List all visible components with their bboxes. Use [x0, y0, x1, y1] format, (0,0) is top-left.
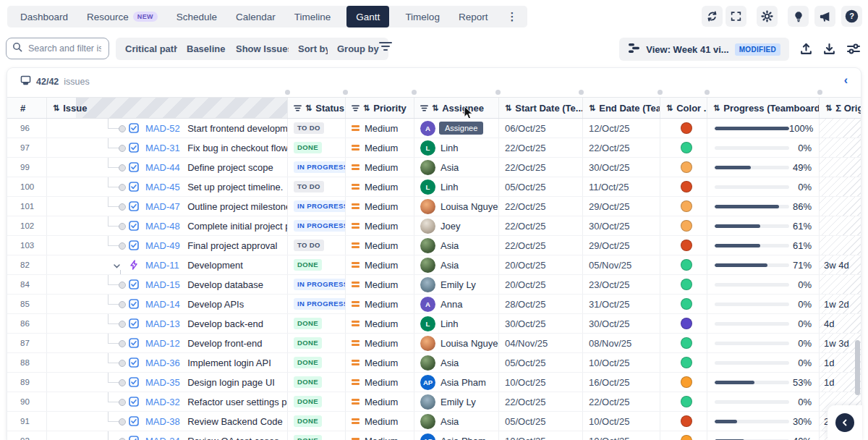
link-handle[interactable]: [119, 184, 126, 191]
sort-icon[interactable]: ⇅: [363, 104, 370, 112]
issue-key-link[interactable]: MAD-13: [145, 318, 180, 329]
end-date[interactable]: 31/Oct/25: [583, 295, 660, 313]
start-date[interactable]: 22/Oct/25: [499, 197, 583, 216]
start-date[interactable]: 22/Oct/25: [499, 236, 583, 255]
link-handle[interactable]: [119, 282, 126, 289]
link-handle[interactable]: [119, 340, 126, 347]
issue-title[interactable]: Develop back-end: [187, 318, 263, 329]
end-date[interactable]: 23/Oct/25: [583, 275, 660, 294]
end-date[interactable]: 29/Oct/25: [583, 197, 660, 216]
end-date[interactable]: 11/Oct/25: [583, 177, 660, 196]
issue-title[interactable]: Set up project timeline.: [187, 182, 283, 192]
column-resize-handle[interactable]: [495, 90, 501, 95]
end-date[interactable]: 05/Nov/25: [583, 255, 660, 274]
search-input[interactable]: [27, 43, 103, 54]
table-row[interactable]: 97 MAD-31 Fix bug in checkout flow DONE …: [7, 138, 861, 158]
start-date[interactable]: 05/Oct/25: [499, 412, 583, 431]
link-handle[interactable]: [119, 164, 126, 172]
more-menu-icon[interactable]: ⋮: [506, 10, 520, 23]
column-filter-icon[interactable]: [294, 103, 302, 114]
link-handle[interactable]: [119, 360, 126, 367]
column-resize-handle[interactable]: [343, 90, 348, 95]
table-row[interactable]: 88 MAD-36 Implement login API DONE Mediu…: [7, 353, 861, 373]
issue-title[interactable]: Develop database: [187, 279, 263, 290]
table-row[interactable]: 100 MAD-45 Set up project timeline. TO D…: [7, 177, 861, 197]
end-date[interactable]: 10/Oct/25: [583, 431, 660, 440]
settings-button[interactable]: [757, 6, 778, 27]
issue-title[interactable]: Review Backend Code: [187, 416, 283, 427]
start-date[interactable]: 30/Oct/25: [499, 314, 583, 333]
end-date[interactable]: 30/Oct/25: [583, 314, 660, 333]
issue-key-link[interactable]: MAD-12: [145, 338, 180, 349]
link-handle[interactable]: [119, 379, 126, 386]
column-resize-handle[interactable]: [285, 90, 290, 95]
column-header-progress[interactable]: ⇅Progress (Teamboard): [707, 98, 820, 118]
end-date[interactable]: 22/Oct/25: [583, 392, 660, 411]
issue-title[interactable]: Final project approval: [187, 240, 277, 251]
link-handle[interactable]: [119, 321, 126, 328]
status-badge[interactable]: DONE: [294, 357, 322, 368]
table-row[interactable]: 101 MAD-47 Outline project milestones. I…: [7, 197, 861, 216]
collapse-sidebar-button[interactable]: [835, 413, 854, 432]
table-row[interactable]: 82 MAD-11 Development DONE Medium Asia 2…: [7, 255, 861, 275]
status-badge[interactable]: IN PROGRESS: [294, 161, 346, 173]
start-date[interactable]: 22/Oct/25: [499, 158, 583, 177]
issue-key-link[interactable]: MAD-35: [145, 377, 180, 388]
issue-key-link[interactable]: MAD-45: [145, 182, 180, 192]
sort-icon[interactable]: ⇅: [666, 104, 673, 112]
export-button[interactable]: [796, 39, 816, 61]
column-header-priority[interactable]: ⇅ Priority: [346, 98, 414, 118]
column-header-assignee[interactable]: ⇅ Assignee: [414, 98, 499, 118]
collapse-panel-button[interactable]: ‹: [840, 74, 852, 87]
vertical-scrollbar[interactable]: [855, 340, 860, 395]
issue-title[interactable]: Review QA test cases: [187, 436, 278, 440]
start-date[interactable]: 22/Oct/25: [499, 216, 583, 235]
issue-key-link[interactable]: MAD-31: [145, 143, 180, 153]
status-badge[interactable]: DONE: [294, 396, 322, 407]
table-row[interactable]: 87 MAD-12 Develop front-end DONE Medium …: [7, 334, 861, 353]
column-filter-icon[interactable]: [352, 103, 359, 114]
issue-key-link[interactable]: MAD-11: [145, 260, 179, 271]
status-badge[interactable]: IN PROGRESS: [294, 279, 346, 290]
issue-key-link[interactable]: MAD-38: [145, 416, 180, 427]
table-row[interactable]: 84 MAD-15 Develop database IN PROGRESS M…: [7, 275, 861, 295]
link-handle[interactable]: [119, 301, 126, 308]
expand-chevron-icon[interactable]: [114, 260, 120, 271]
end-date[interactable]: 12/Oct/25: [583, 119, 660, 138]
status-badge[interactable]: IN PROGRESS: [294, 298, 346, 310]
end-date[interactable]: 16/Oct/25: [583, 373, 660, 392]
end-date[interactable]: 10/Oct/25: [583, 353, 660, 372]
link-handle[interactable]: [119, 203, 126, 211]
start-date[interactable]: 20/Oct/25: [499, 275, 583, 294]
issue-title[interactable]: Outline project milestones.: [187, 201, 288, 212]
issue-title[interactable]: Refactor user settings page: [187, 397, 288, 407]
import-button[interactable]: [820, 39, 839, 61]
sort-icon[interactable]: ⇅: [305, 104, 312, 112]
status-badge[interactable]: TO DO: [294, 240, 324, 251]
tab-schedule[interactable]: Schedule: [176, 12, 217, 22]
column-header-color[interactable]: ⇅Color ...: [660, 98, 707, 118]
issue-title[interactable]: Implement login API: [187, 358, 271, 368]
sort-icon[interactable]: ⇅: [432, 104, 438, 112]
column-header-start-date[interactable]: ⇅Start Date (Te...: [499, 98, 583, 118]
issue-title[interactable]: Develop APIs: [187, 299, 244, 310]
table-row[interactable]: 102 MAD-48 Complete initial project plan…: [7, 216, 861, 236]
status-badge[interactable]: DONE: [294, 318, 322, 329]
table-row[interactable]: 99 MAD-44 Define project scope IN PROGRE…: [7, 158, 861, 177]
status-badge[interactable]: DONE: [294, 435, 322, 440]
issue-key-link[interactable]: MAD-34: [145, 436, 180, 440]
announcements-button[interactable]: [814, 6, 835, 27]
start-date[interactable]: 04/Nov/25: [499, 334, 583, 352]
issue-key-link[interactable]: MAD-15: [145, 279, 180, 290]
table-row[interactable]: 103 MAD-49 Final project approval TO DO …: [7, 236, 861, 255]
start-date[interactable]: 10/Oct/25: [499, 373, 583, 392]
table-row[interactable]: 86 MAD-13 Develop back-end DONE Medium L…: [7, 314, 861, 334]
sort-icon[interactable]: ⇅: [713, 104, 720, 112]
table-row[interactable]: 90 MAD-32 Refactor user settings page DO…: [7, 392, 861, 412]
table-row[interactable]: 96 MAD-52 Start frontend development TO …: [7, 119, 861, 138]
sort-icon[interactable]: ⇅: [825, 104, 832, 112]
issue-key-link[interactable]: MAD-44: [145, 162, 180, 173]
end-date[interactable]: 29/Oct/25: [583, 236, 660, 255]
status-badge[interactable]: DONE: [294, 259, 322, 271]
tab-timelog[interactable]: Timelog: [405, 12, 440, 22]
